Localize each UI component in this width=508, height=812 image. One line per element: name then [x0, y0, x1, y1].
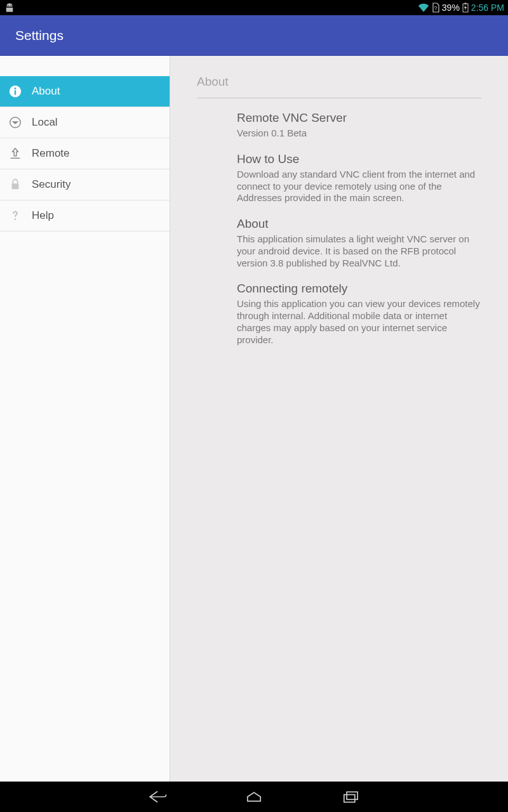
upload-icon [8, 146, 23, 161]
section-body: This application simulates a light weigh… [237, 233, 481, 269]
app-bar-title: Settings [15, 28, 64, 43]
sidebar-item-security[interactable]: Security [0, 169, 170, 200]
sidebar-item-label: About [32, 85, 60, 98]
lock-icon [8, 177, 23, 192]
clock-time: 2:56 PM [471, 3, 504, 13]
sidebar: About Local Remote Security [0, 56, 170, 782]
section-heading: Connecting remotely [237, 282, 481, 296]
app-bar: Settings [0, 15, 508, 56]
section-connecting: Connecting remotely Using this applicati… [237, 282, 481, 346]
svg-rect-8 [15, 90, 16, 95]
section-body: Using this application you can view your… [237, 298, 481, 346]
status-bar: ? 39% 2:56 PM [0, 0, 508, 15]
local-icon [8, 115, 23, 130]
status-right: ? 39% 2:56 PM [418, 3, 504, 13]
battery-charging-icon [462, 3, 469, 13]
status-left [4, 3, 15, 12]
sim-question-icon: ? [432, 3, 439, 13]
recent-apps-button[interactable] [337, 783, 364, 810]
section-heading: About [237, 217, 481, 231]
device-frame: ? 39% 2:56 PM Settings About [0, 0, 508, 812]
nav-bar [0, 782, 508, 812]
svg-point-1 [11, 5, 12, 6]
svg-text:?: ? [434, 5, 437, 11]
battery-percent: 39% [442, 3, 460, 13]
section-app-name: Remote VNC Server Version 0.1 Beta [237, 111, 481, 140]
sidebar-item-label: Security [32, 178, 70, 191]
svg-rect-15 [347, 792, 358, 799]
sidebar-item-about[interactable]: About [0, 76, 170, 107]
info-icon [8, 84, 23, 99]
svg-point-0 [8, 5, 9, 6]
section-how-to-use: How to Use Download any standard VNC cli… [237, 152, 481, 204]
sidebar-item-help[interactable]: Help [0, 200, 170, 232]
svg-point-13 [15, 218, 16, 219]
section-heading: Remote VNC Server [237, 111, 481, 125]
section-body: Version 0.1 Beta [237, 128, 481, 140]
wifi-icon [418, 3, 429, 12]
svg-rect-12 [12, 183, 19, 189]
app-body: About Local Remote Security [0, 56, 508, 782]
home-button[interactable] [241, 783, 267, 810]
content-wrap: About Remote VNC Server Version 0.1 Beta… [170, 56, 508, 782]
android-debug-icon [4, 3, 15, 12]
section-body: Download any standard VNC client from th… [237, 169, 481, 204]
section-about: About This application simulates a light… [237, 217, 481, 269]
sidebar-item-label: Help [32, 209, 54, 222]
svg-rect-6 [464, 3, 466, 4]
content-title: About [197, 75, 481, 98]
content-panel: About Remote VNC Server Version 0.1 Beta… [170, 56, 508, 782]
svg-rect-14 [344, 795, 355, 802]
svg-point-9 [15, 88, 17, 89]
sidebar-item-label: Local [32, 116, 58, 129]
section-heading: How to Use [237, 152, 481, 166]
sidebar-item-remote[interactable]: Remote [0, 138, 170, 169]
help-icon [8, 208, 23, 223]
sidebar-item-label: Remote [32, 147, 70, 160]
back-button[interactable] [144, 783, 171, 810]
sidebar-item-local[interactable]: Local [0, 107, 170, 138]
